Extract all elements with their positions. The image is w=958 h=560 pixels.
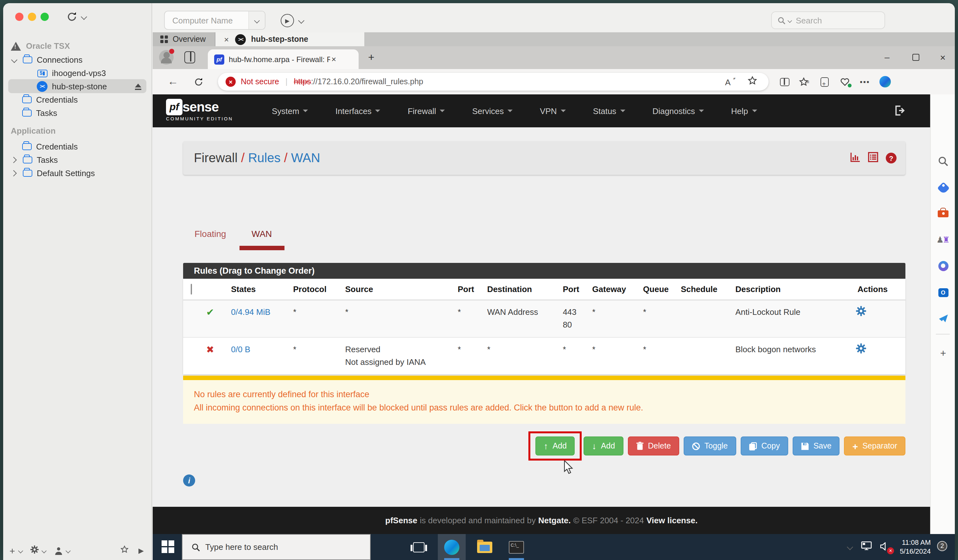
- sidebar-item-root[interactable]: Oracle TSX: [3, 39, 152, 52]
- states-link[interactable]: 0/4.94 MiB: [231, 307, 270, 317]
- edge-active-tab[interactable]: pf hub-fw.home.arpa - Firewall: Rul ×: [208, 49, 358, 69]
- refresh-icon[interactable]: [191, 74, 206, 89]
- taskbar-search-input[interactable]: [205, 542, 345, 552]
- gear-dropdown-chevron[interactable]: [41, 548, 46, 553]
- menu-vpn[interactable]: VPN: [540, 106, 566, 116]
- more-menu-icon[interactable]: ⋯: [857, 74, 872, 89]
- breadcrumb-tab[interactable]: WAN: [291, 151, 320, 165]
- mac-minimize-button[interactable]: [28, 13, 36, 21]
- minimize-button[interactable]: –: [877, 48, 896, 66]
- menu-services[interactable]: Services: [472, 106, 512, 116]
- menu-firewall[interactable]: Firewall: [408, 106, 445, 116]
- rule-actions-gear-icon[interactable]: [856, 346, 866, 355]
- tab-overview[interactable]: Overview: [153, 32, 215, 46]
- close-button[interactable]: ×: [933, 48, 952, 66]
- sidebar-item-app-tasks[interactable]: Tasks: [3, 153, 152, 167]
- viewer-search-field[interactable]: [771, 11, 885, 29]
- taskbar-clock[interactable]: 11:08 AM 5/16/2024: [900, 538, 931, 555]
- search-input[interactable]: [796, 16, 872, 25]
- rail-games-icon[interactable]: ♟♜: [936, 233, 950, 246]
- restore-button[interactable]: [906, 48, 925, 66]
- sidebar-item-default-settings[interactable]: Default Settings: [3, 167, 152, 180]
- table-row[interactable]: ✖ 0/0 B * ReservedNot assigned by IANA *…: [183, 337, 906, 374]
- chevron-down-icon[interactable]: [11, 57, 17, 63]
- address-bar[interactable]: × Not secure | https ://172.16.0.20/fire…: [218, 73, 769, 90]
- sidebar-item-credentials[interactable]: Credentials: [3, 93, 152, 106]
- user-button[interactable]: [55, 547, 62, 554]
- run-button[interactable]: ▶: [138, 546, 144, 555]
- task-view-button[interactable]: [405, 534, 433, 560]
- taskbar-explorer-button[interactable]: [471, 534, 499, 560]
- add-rule-bottom-button[interactable]: ↓ Add: [584, 436, 623, 455]
- rail-drop-icon[interactable]: [936, 312, 950, 325]
- computer-name-select[interactable]: Computer Name: [164, 11, 265, 30]
- help-icon[interactable]: ?: [886, 153, 896, 163]
- volume-muted-icon[interactable]: ×: [880, 541, 890, 553]
- favorites-icon[interactable]: ≡: [796, 74, 812, 89]
- rail-m365-icon[interactable]: [936, 259, 950, 273]
- sidebar-item-hub-step-stone[interactable]: >< hub-step-stone: [3, 80, 152, 93]
- table-row[interactable]: ✔ 0/4.94 MiB * * * WAN Address 44380 * *: [183, 300, 906, 337]
- network-icon[interactable]: [861, 541, 872, 553]
- play-dropdown-chevron[interactable]: [298, 17, 305, 24]
- combo-chevron[interactable]: [248, 11, 265, 29]
- read-aloud-icon[interactable]: A〞: [725, 77, 736, 87]
- tab-floating[interactable]: Floating: [195, 229, 226, 239]
- select-all-checkbox[interactable]: [191, 284, 192, 295]
- connect-play-button[interactable]: ▶: [281, 14, 294, 27]
- states-chart-icon[interactable]: [850, 152, 860, 164]
- eject-icon[interactable]: [134, 83, 142, 90]
- mac-close-button[interactable]: [15, 13, 24, 21]
- toggle-button[interactable]: Toggle: [684, 436, 736, 455]
- logout-icon[interactable]: [894, 105, 905, 119]
- back-icon[interactable]: ←: [165, 74, 181, 89]
- sidebar-item-app-credentials[interactable]: Credentials: [3, 140, 152, 153]
- profile-avatar[interactable]: [159, 50, 174, 65]
- info-icon[interactable]: i: [183, 474, 195, 487]
- tray-expand-chevron[interactable]: [847, 544, 853, 550]
- separator-button[interactable]: + Separator: [844, 436, 906, 455]
- rail-outlook-icon[interactable]: O: [936, 286, 950, 299]
- pfsense-brand[interactable]: pf sense COMMUNITY EDITION: [166, 99, 233, 122]
- tab-wan[interactable]: WAN: [252, 229, 272, 239]
- mac-zoom-button[interactable]: [41, 13, 49, 21]
- sidebar-item-ihoogend-vps3[interactable]: $▮ ihoogend-vps3: [3, 67, 152, 80]
- log-list-icon[interactable]: [868, 152, 878, 164]
- tab-close-icon[interactable]: ×: [331, 54, 336, 64]
- chevron-right-icon[interactable]: [11, 157, 17, 163]
- taskbar-search[interactable]: [182, 534, 371, 560]
- user-dropdown-chevron[interactable]: [65, 548, 71, 553]
- workspaces-icon[interactable]: [184, 51, 195, 63]
- add-dropdown-chevron[interactable]: [18, 548, 23, 553]
- rail-search-icon[interactable]: [936, 155, 950, 168]
- rule-actions-gear-icon[interactable]: [856, 308, 866, 318]
- rail-add-icon[interactable]: +: [936, 346, 950, 360]
- favorite-star-button[interactable]: [121, 546, 128, 555]
- menu-system[interactable]: System: [272, 106, 308, 116]
- new-tab-button[interactable]: +: [368, 51, 374, 64]
- split-screen-icon[interactable]: [777, 74, 792, 89]
- sync-dropdown-chevron[interactable]: [81, 14, 87, 20]
- actions-gear-button[interactable]: [30, 545, 39, 556]
- sidebar-item-tasks[interactable]: Tasks: [3, 106, 152, 120]
- collections-icon[interactable]: +: [817, 74, 832, 89]
- footer-license-link[interactable]: View license.: [647, 516, 698, 525]
- menu-help[interactable]: Help: [731, 106, 757, 116]
- rail-toolbox-icon[interactable]: [936, 207, 950, 221]
- chevron-right-icon[interactable]: [11, 170, 17, 176]
- menu-interfaces[interactable]: Interfaces: [335, 106, 381, 116]
- save-button[interactable]: Save: [793, 436, 840, 455]
- add-rule-top-button[interactable]: ↑ Add: [535, 436, 575, 455]
- taskbar-edge-button[interactable]: [438, 534, 466, 560]
- taskbar-terminal-button[interactable]: C:\_: [503, 534, 530, 560]
- search-scope-chevron[interactable]: [788, 18, 792, 22]
- favorite-star-icon[interactable]: [748, 76, 757, 87]
- delete-button[interactable]: Delete: [628, 436, 679, 455]
- copilot-icon[interactable]: [877, 74, 893, 89]
- sidebar-item-connections[interactable]: Connections: [3, 53, 152, 67]
- menu-diagnostics[interactable]: Diagnostics: [652, 106, 704, 116]
- start-button[interactable]: [162, 540, 174, 553]
- breadcrumb-page[interactable]: Rules: [248, 151, 281, 165]
- tab-hub-step-stone[interactable]: × >< hub-step-stone: [215, 32, 364, 46]
- menu-status[interactable]: Status: [593, 106, 625, 116]
